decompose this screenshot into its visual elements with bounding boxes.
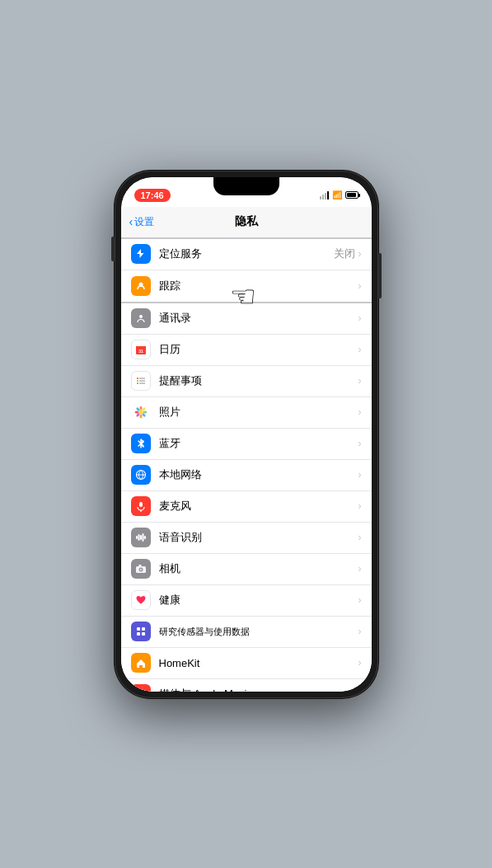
list-item[interactable]: 照片 › xyxy=(121,397,372,429)
wifi-icon: 📶 xyxy=(332,190,342,199)
notch xyxy=(213,177,279,195)
svg-point-21 xyxy=(138,411,143,415)
svg-point-6 xyxy=(137,378,138,379)
svg-rect-24 xyxy=(139,502,143,507)
svg-rect-30 xyxy=(144,536,146,539)
list-item[interactable]: 31 日历 › xyxy=(121,335,372,366)
network-label: 本地网络 xyxy=(159,467,358,482)
svg-rect-35 xyxy=(137,627,140,631)
reminders-chevron-icon: › xyxy=(358,375,362,387)
location-icon xyxy=(131,244,151,264)
svg-rect-34 xyxy=(138,565,141,566)
photos-icon xyxy=(131,402,151,422)
speech-label: 语音识别 xyxy=(159,530,358,545)
photos-label: 照片 xyxy=(159,405,358,420)
page-title: 隐私 xyxy=(235,214,258,229)
camera-icon xyxy=(131,559,151,579)
list-item[interactable]: HomeKit › xyxy=(121,648,372,679)
reminders-label: 提醒事项 xyxy=(159,373,358,388)
list-item[interactable]: 提醒事项 › xyxy=(121,366,372,397)
status-icons: 📶 xyxy=(320,190,358,199)
homekit-icon xyxy=(131,653,151,673)
svg-rect-4 xyxy=(136,346,146,348)
svg-rect-38 xyxy=(142,632,145,636)
tracking-label: 跟踪 xyxy=(159,279,358,293)
health-chevron-icon: › xyxy=(358,594,362,606)
music-icon xyxy=(131,684,151,692)
contacts-icon xyxy=(131,308,151,328)
svg-point-7 xyxy=(137,380,138,382)
battery-icon xyxy=(345,191,358,199)
list-item[interactable]: 相机 › xyxy=(121,554,372,585)
health-icon xyxy=(131,590,151,610)
phone-inner: 17:46 📶 xyxy=(121,177,372,692)
network-chevron-icon: › xyxy=(358,469,362,481)
app-permissions-section: 通讯录 › 31 日历 xyxy=(121,303,372,692)
research-chevron-icon: › xyxy=(358,626,362,637)
svg-rect-27 xyxy=(138,534,139,541)
homekit-label: HomeKit xyxy=(159,657,358,669)
contacts-label: 通讯录 xyxy=(159,311,358,326)
camera-label: 相机 xyxy=(159,561,358,576)
microphone-label: 麦克风 xyxy=(159,499,358,514)
back-label: 设置 xyxy=(134,215,154,229)
microphone-chevron-icon: › xyxy=(358,500,362,512)
tracking-icon xyxy=(131,276,151,296)
list-item[interactable]: 跟踪 › xyxy=(121,270,372,302)
list-item[interactable]: 通讯录 › xyxy=(121,303,372,335)
bluetooth-label: 蓝牙 xyxy=(159,436,358,451)
content-area: ☞ 定位服务 关闭 › xyxy=(121,238,372,692)
speech-icon xyxy=(131,528,151,547)
list-item[interactable]: 健康 › xyxy=(121,585,372,617)
svg-point-13 xyxy=(139,406,142,411)
svg-point-15 xyxy=(143,411,147,414)
back-button[interactable]: ‹ 设置 xyxy=(129,215,155,229)
list-item[interactable]: 本地网络 › xyxy=(121,460,372,491)
svg-point-19 xyxy=(134,411,138,414)
list-item[interactable]: 麦克风 › xyxy=(121,491,372,523)
svg-point-8 xyxy=(137,382,138,384)
nav-bar: ‹ 设置 隐私 xyxy=(121,207,372,238)
status-time: 17:46 xyxy=(134,189,171,202)
music-chevron-icon: › xyxy=(358,688,362,692)
homekit-chevron-icon: › xyxy=(358,657,362,669)
phone-frame: 17:46 📶 xyxy=(115,171,378,698)
list-item[interactable]: 媒体与 Apple Music › xyxy=(121,679,372,692)
network-icon xyxy=(131,465,151,485)
location-chevron-icon: › xyxy=(358,248,362,260)
music-label: 媒体与 Apple Music xyxy=(159,687,358,692)
location-label: 定位服务 xyxy=(159,246,334,261)
list-item[interactable]: 研究传感器与使用数据 › xyxy=(121,617,372,648)
svg-point-1 xyxy=(139,315,143,318)
status-bar: 17:46 📶 xyxy=(121,177,372,207)
reminders-icon xyxy=(131,371,151,391)
calendar-label: 日历 xyxy=(159,342,358,357)
svg-rect-36 xyxy=(142,627,145,631)
research-label: 研究传感器与使用数据 xyxy=(159,626,358,638)
svg-text:31: 31 xyxy=(138,349,143,354)
research-icon xyxy=(131,622,151,641)
svg-point-33 xyxy=(139,569,142,571)
calendar-icon: 31 xyxy=(131,340,151,359)
back-chevron-icon: ‹ xyxy=(129,215,134,228)
svg-rect-26 xyxy=(136,536,138,539)
camera-chevron-icon: › xyxy=(358,563,362,575)
list-item[interactable]: 语音识别 › xyxy=(121,523,372,554)
svg-rect-28 xyxy=(140,535,142,540)
microphone-icon xyxy=(131,496,151,516)
bluetooth-chevron-icon: › xyxy=(358,438,362,449)
signal-icon xyxy=(320,191,329,199)
list-item[interactable]: 蓝牙 › xyxy=(121,429,372,460)
contacts-chevron-icon: › xyxy=(358,312,362,324)
health-label: 健康 xyxy=(159,593,358,608)
photos-chevron-icon: › xyxy=(358,406,362,418)
svg-rect-37 xyxy=(137,632,140,636)
bluetooth-icon xyxy=(131,434,151,453)
list-item[interactable]: 定位服务 关闭 › xyxy=(121,239,372,270)
location-value: 关闭 xyxy=(334,246,355,261)
speech-chevron-icon: › xyxy=(358,532,362,543)
top-section: 定位服务 关闭 › 跟踪 › xyxy=(121,238,372,303)
screen: 17:46 📶 xyxy=(121,177,372,692)
svg-point-17 xyxy=(139,415,142,419)
svg-rect-29 xyxy=(142,533,143,542)
